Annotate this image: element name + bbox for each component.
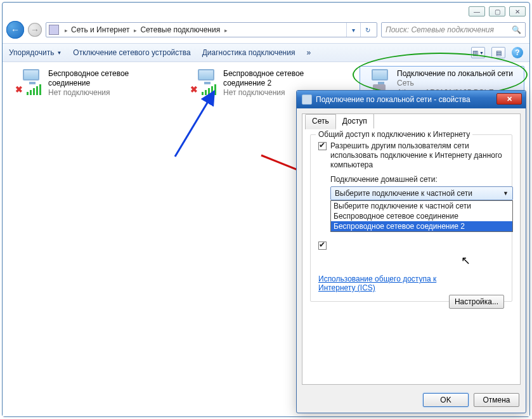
combo-list: Выберите подключение к частной сети Бесп… [330, 200, 513, 232]
tab-strip: Сеть Доступ [305, 113, 373, 129]
chevron-right-icon[interactable] [62, 25, 70, 34]
connection-item-wireless-1[interactable]: ✖ Беспроводное сетевое соединение Нет по… [11, 67, 173, 100]
allow-ctrl-row: Разрешить другим пользователям сети упра… [318, 241, 504, 269]
diagnose-button[interactable]: Диагностика подключения [202, 48, 295, 57]
ics-group: Общий доступ к подключению к Интернету Р… [310, 134, 512, 302]
address-dropdown-icon[interactable]: ▾ [346, 23, 360, 37]
disable-label: Отключение сетевого устройства [73, 48, 190, 57]
connection-status: Нет подключения [48, 88, 169, 98]
maximize-button[interactable]: ▢ [489, 6, 505, 16]
nav-back-icon[interactable]: ← [6, 21, 24, 39]
connection-text: Беспроводное сетевое соединение Нет подк… [48, 69, 169, 98]
ok-button[interactable]: OK [423, 393, 469, 407]
breadcrumb-seg[interactable]: Сетевые подключения [139, 25, 221, 34]
breadcrumb-seg[interactable]: Сеть и Интернет [70, 25, 131, 34]
combo-option[interactable]: Выберите подключение к частной сети [331, 201, 512, 211]
ics-help-link[interactable]: Использование общего доступа к Интернету… [318, 274, 436, 292]
configure-button[interactable]: Настройка... [449, 295, 504, 309]
preview-pane-button[interactable]: ▤ [491, 47, 505, 58]
dialog-body: Сеть Доступ Общий доступ к подключению к… [302, 113, 521, 385]
dialog-title: Подключение по локальной сети - свойства [316, 95, 470, 104]
chevron-right-icon[interactable] [221, 25, 230, 34]
ics-link-block: Использование общего доступа к Интернету… [318, 274, 445, 292]
view-mode-button[interactable]: ▥▼ [471, 47, 485, 58]
tab-sharing[interactable]: Доступ [335, 113, 374, 129]
nav-forward-icon: → [28, 23, 42, 37]
address-bar[interactable]: Сеть и Интернет Сетевые подключения ▾ ↻ [46, 22, 377, 37]
allow-others-row: Разрешить другим пользователям сети испо… [318, 141, 504, 170]
dialog-titlebar[interactable]: Подключение по локальной сети - свойства… [297, 91, 526, 108]
command-bar: Упорядочить ▼ Отключение сетевого устрой… [3, 43, 529, 62]
diag-label: Диагностика подключения [202, 48, 295, 57]
connection-title: Беспроводное сетевое соединение 2 [223, 69, 344, 88]
chevron-right-icon[interactable] [131, 25, 139, 34]
combo-option[interactable]: Беспроводное сетевое соединение [331, 211, 512, 221]
tab-panel-sharing: Общий доступ к подключению к Интернету Р… [302, 128, 520, 384]
search-icon: 🔍 [512, 25, 521, 34]
overflow-button[interactable]: » [306, 48, 311, 57]
control-panel-icon [49, 25, 59, 35]
dialog-close-button[interactable]: ✕ [496, 93, 522, 105]
combo-option[interactable]: Беспроводное сетевое соединение 2 [331, 221, 512, 231]
allow-control-checkbox[interactable] [318, 242, 327, 250]
cancel-button[interactable]: Отмена [474, 393, 519, 407]
dialog-footer: OK Отмена [297, 387, 526, 413]
group-legend: Общий доступ к подключению к Интернету [316, 130, 472, 139]
organize-label: Упорядочить [9, 48, 54, 57]
chevron-right-double-icon: » [306, 48, 311, 57]
connection-title: Подключение по локальной сети [397, 69, 520, 79]
svg-line-0 [175, 93, 213, 157]
close-button[interactable]: ✕ [509, 6, 526, 16]
search-placeholder: Поиск: Сетевые подключения [386, 25, 494, 34]
connection-title: Беспроводное сетевое соединение [48, 69, 169, 88]
combo-value: Выберите подключение к частной сети [335, 189, 472, 198]
refresh-icon[interactable]: ↻ [360, 23, 374, 37]
wireless-icon: ✖ [15, 69, 46, 96]
nav-row: ← → Сеть и Интернет Сетевые подключения … [6, 20, 526, 39]
chevron-down-icon: ▼ [56, 50, 62, 56]
allow-others-label: Разрешить другим пользователям сети испо… [330, 141, 504, 170]
organize-button[interactable]: Упорядочить ▼ [9, 48, 62, 57]
home-connection-label: Подключение домашней сети: [330, 175, 504, 184]
nic-icon [302, 94, 312, 105]
window-sysbtns: — ▢ ✕ [469, 6, 526, 16]
disable-device-button[interactable]: Отключение сетевого устройства [73, 48, 190, 57]
search-input[interactable]: Поиск: Сетевые подключения 🔍 [381, 22, 526, 37]
connection-status: Сеть [397, 79, 520, 88]
help-icon[interactable]: ? [512, 47, 523, 58]
chevron-down-icon: ▼ [503, 190, 509, 197]
home-connection-combo[interactable]: Выберите подключение к частной сети ▼ Вы… [330, 186, 513, 200]
minimize-button[interactable]: — [469, 6, 485, 16]
toolbar-right: ▥▼ ▤ ? [471, 47, 523, 58]
tab-network[interactable]: Сеть [305, 114, 336, 129]
properties-dialog: Подключение по локальной сети - свойства… [296, 90, 526, 413]
wireless-icon: ✖ [190, 69, 221, 96]
allow-others-checkbox[interactable] [318, 142, 327, 150]
